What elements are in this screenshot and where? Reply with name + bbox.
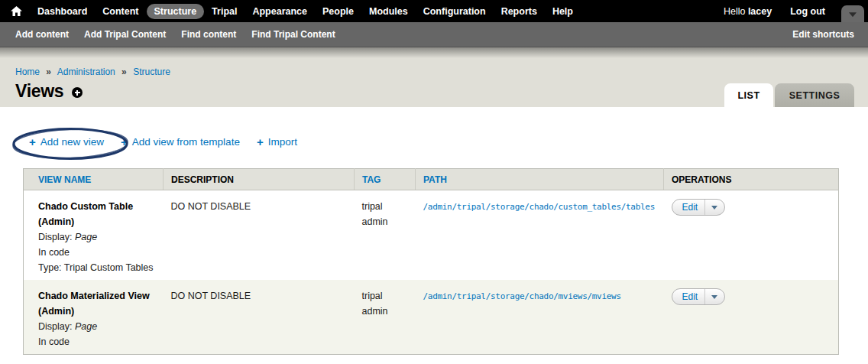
edit-dropdown-toggle[interactable] [704,200,724,215]
chevron-down-icon [849,12,857,17]
header-operations: OPERATIONS [672,174,731,185]
circle-plus-help-icon[interactable] [72,87,83,98]
edit-button-label: Edit [672,289,705,304]
edit-dropdown-button[interactable]: Edit [672,288,726,305]
home-icon[interactable] [11,6,22,16]
user-greeting[interactable]: Hello lacey [724,6,772,17]
toolbar-item-tripal[interactable]: Tripal [204,4,245,19]
view-description: DO NOT DISABLE [171,291,251,301]
toolbar-item-structure[interactable]: Structure [147,4,205,19]
username: lacey [748,6,772,17]
view-name: Chado Materialized View (Admin) [38,288,156,319]
plus-icon: + [29,136,36,148]
edit-button-label: Edit [672,200,705,215]
breadcrumb-separator: » [121,67,127,77]
shortcut-find-content[interactable]: Find content [181,29,236,40]
tab-settings[interactable]: SETTINGS [775,83,854,107]
tab-list[interactable]: LIST [724,83,773,107]
view-path-link[interactable]: /admin/tripal/storage/chado/custom_table… [423,202,655,212]
table-row-chado-custom-table: Chado Custom Table (Admin) Display: Page… [24,190,839,281]
triangle-down-icon [711,295,717,299]
view-code-status: In code [38,334,156,349]
view-tag: admin [362,304,408,319]
toolbar-item-help[interactable]: Help [545,4,581,19]
breadcrumb-separator: » [46,67,51,77]
breadcrumb-structure[interactable]: Structure [133,67,170,77]
admin-toolbar: Dashboard Content Structure Tripal Appea… [0,0,868,22]
greeting-prefix: Hello [724,6,748,17]
main-content: + Add new view + Add view from template … [0,107,868,364]
view-display: Display: Page [38,229,156,245]
view-tag: tripal [362,199,408,214]
views-table: VIEW NAME DESCRIPTION TAG PATH OPERATION… [23,168,839,355]
table-row-chado-materialized-view: Chado Materialized View (Admin) Display:… [24,280,839,355]
view-code-status: In code [38,245,156,260]
toolbar-item-content[interactable]: Content [95,4,146,19]
breadcrumb-home[interactable]: Home [15,67,40,77]
view-path-link[interactable]: /admin/tripal/storage/chado/mviews/mview… [423,291,621,301]
add-new-view-label: Add new view [40,136,104,148]
primary-tabs: LIST SETTINGS [724,83,854,107]
logout-link[interactable]: Log out [790,6,825,17]
toolbar-toggle-button[interactable] [841,5,864,22]
header-description: DESCRIPTION [171,174,234,185]
import-label: Import [268,136,297,148]
view-name: Chado Custom Table (Admin) [38,199,156,229]
add-view-from-template-label: Add view from template [132,136,240,148]
add-view-from-template-link[interactable]: + Add view from template [121,136,240,148]
view-tag: tripal [362,288,408,304]
shortcut-add-content[interactable]: Add content [15,29,69,40]
toolbar-item-people[interactable]: People [315,4,361,19]
toolbar-item-reports[interactable]: Reports [494,4,545,19]
view-tag: admin [362,214,408,229]
breadcrumb: Home » Administration » Structure [15,67,170,77]
view-description: DO NOT DISABLE [171,201,251,212]
shortcut-bar: Add content Add Tripal Content Find cont… [0,22,868,47]
triangle-down-icon [711,206,717,210]
table-header-row: VIEW NAME DESCRIPTION TAG PATH OPERATION… [24,169,839,190]
view-type: Type: Tripal Custom Tables [38,260,156,275]
shortcut-find-tripal-content[interactable]: Find Tripal Content [251,29,335,40]
edit-dropdown-toggle[interactable] [704,289,724,304]
toolbar-item-appearance[interactable]: Appearance [245,4,315,19]
page-title: Views [15,81,63,102]
edit-shortcuts-link[interactable]: Edit shortcuts [792,29,854,40]
page-header: Home » Administration » Structure Views … [0,47,868,107]
view-display: Display: Page [38,319,156,334]
sort-path[interactable]: PATH [423,174,447,185]
import-link[interactable]: + Import [257,136,297,148]
toolbar-item-dashboard[interactable]: Dashboard [30,4,95,19]
shortcut-add-tripal-content[interactable]: Add Tripal Content [84,29,166,40]
breadcrumb-administration[interactable]: Administration [57,67,115,77]
plus-icon: + [257,136,264,148]
view-actions: + Add new view + Add view from template … [0,107,868,148]
add-new-view-link[interactable]: + Add new view [29,136,104,148]
plus-icon: + [121,136,128,148]
edit-dropdown-button[interactable]: Edit [672,199,726,216]
sort-tag[interactable]: TAG [362,174,381,185]
toolbar-item-configuration[interactable]: Configuration [416,4,494,19]
sort-view-name[interactable]: VIEW NAME [38,174,91,185]
toolbar-item-modules[interactable]: Modules [361,4,416,19]
